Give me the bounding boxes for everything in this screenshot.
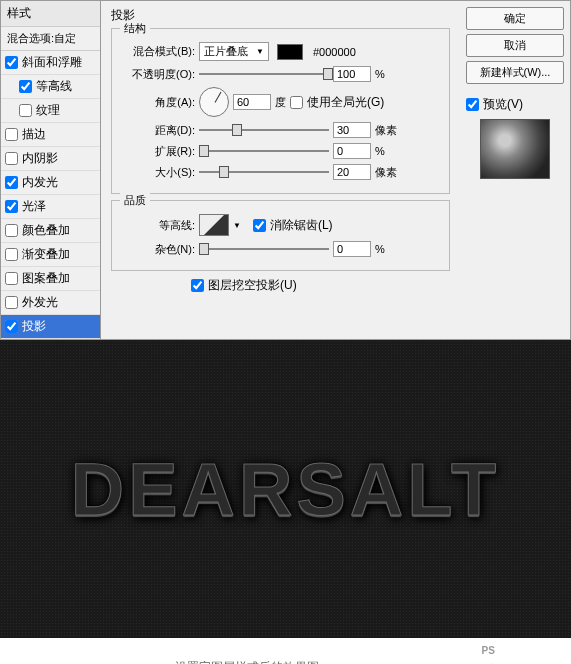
preview-thumbnail [480, 119, 550, 179]
result-preview: DEARSALT [0, 340, 571, 638]
style-label: 描边 [22, 126, 46, 143]
panel-title: 投影 [111, 7, 450, 24]
spread-label: 扩展(R): [120, 144, 195, 159]
style-label: 内阴影 [22, 150, 58, 167]
quality-fieldset: 品质 等高线: ▼ 消除锯齿(L) 杂色(N): % [111, 200, 450, 271]
distance-unit: 像素 [375, 123, 397, 138]
layer-style-dialog: 样式 混合选项:自定 斜面和浮雕等高线纹理描边内阴影内发光光泽颜色叠加渐变叠加图… [0, 0, 571, 340]
sidebar-title: 样式 [1, 1, 100, 27]
style-label: 外发光 [22, 294, 58, 311]
quality-label: 品质 [120, 193, 150, 208]
contour-label: 等高线: [120, 218, 195, 233]
style-checkbox[interactable] [5, 152, 18, 165]
style-checkbox[interactable] [5, 224, 18, 237]
style-item-10[interactable]: 外发光 [1, 291, 100, 315]
style-item-11[interactable]: 投影 [1, 315, 100, 339]
angle-label: 角度(A): [120, 95, 195, 110]
style-label: 内发光 [22, 174, 58, 191]
dialog-buttons: 确定 取消 新建样式(W)... 预览(V) [460, 1, 570, 339]
style-label: 光泽 [22, 198, 46, 215]
style-label: 图案叠加 [22, 270, 70, 287]
angle-unit: 度 [275, 95, 286, 110]
size-input[interactable] [333, 164, 371, 180]
size-slider[interactable] [199, 165, 329, 179]
styles-sidebar: 样式 混合选项:自定 斜面和浮雕等高线纹理描边内阴影内发光光泽颜色叠加渐变叠加图… [1, 1, 101, 339]
contour-picker[interactable] [199, 214, 229, 236]
percent-unit3: % [375, 243, 385, 255]
color-hex: #000000 [313, 46, 356, 58]
antialias-label: 消除锯齿(L) [270, 217, 333, 234]
style-checkbox[interactable] [5, 248, 18, 261]
style-label: 斜面和浮雕 [22, 54, 82, 71]
blend-mode-select[interactable]: 正片叠底▼ [199, 42, 269, 61]
preview-checkbox[interactable] [466, 98, 479, 111]
style-checkbox[interactable] [5, 56, 18, 69]
style-item-8[interactable]: 渐变叠加 [1, 243, 100, 267]
knockout-label: 图层挖空投影(U) [208, 277, 297, 294]
preview-label: 预览(V) [483, 96, 523, 113]
cancel-button[interactable]: 取消 [466, 34, 564, 57]
noise-input[interactable] [333, 241, 371, 257]
structure-fieldset: 结构 混合模式(B): 正片叠底▼ #000000 不透明度(O): % 角度(… [111, 28, 450, 194]
global-light-label: 使用全局光(G) [307, 94, 384, 111]
size-unit: 像素 [375, 165, 397, 180]
result-text: DEARSALT [71, 447, 500, 532]
noise-slider[interactable] [199, 242, 329, 256]
antialias-checkbox[interactable] [253, 219, 266, 232]
style-checkbox[interactable] [5, 320, 18, 333]
style-item-9[interactable]: 图案叠加 [1, 267, 100, 291]
new-style-button[interactable]: 新建样式(W)... [466, 61, 564, 84]
style-checkbox[interactable] [19, 104, 32, 117]
style-item-2[interactable]: 纹理 [1, 99, 100, 123]
blending-options[interactable]: 混合选项:自定 [1, 27, 100, 51]
style-item-4[interactable]: 内阴影 [1, 147, 100, 171]
shadow-color-swatch[interactable] [277, 44, 303, 60]
style-label: 投影 [22, 318, 46, 335]
style-item-0[interactable]: 斜面和浮雕 [1, 51, 100, 75]
style-item-3[interactable]: 描边 [1, 123, 100, 147]
style-checkbox[interactable] [19, 80, 32, 93]
percent-unit: % [375, 68, 385, 80]
style-label: 纹理 [36, 102, 60, 119]
style-checkbox[interactable] [5, 176, 18, 189]
spread-slider[interactable] [199, 144, 329, 158]
caption-text: 设置完图层样式后的效果图 [175, 659, 319, 664]
blend-mode-value: 正片叠底 [204, 44, 248, 59]
angle-dial[interactable] [199, 87, 229, 117]
watermark-logo: PS爱好者 www.psahz.com [482, 646, 559, 664]
opacity-input[interactable] [333, 66, 371, 82]
style-checkbox[interactable] [5, 128, 18, 141]
global-light-checkbox[interactable] [290, 96, 303, 109]
caption-bar: 设置完图层样式后的效果图 PS爱好者 www.psahz.com [0, 638, 571, 664]
opacity-label: 不透明度(O): [120, 67, 195, 82]
style-checkbox[interactable] [5, 200, 18, 213]
style-item-7[interactable]: 颜色叠加 [1, 219, 100, 243]
style-label: 等高线 [36, 78, 72, 95]
percent-unit2: % [375, 145, 385, 157]
distance-input[interactable] [333, 122, 371, 138]
blend-mode-label: 混合模式(B): [120, 44, 195, 59]
distance-slider[interactable] [199, 123, 329, 137]
style-checkbox[interactable] [5, 296, 18, 309]
style-checkbox[interactable] [5, 272, 18, 285]
chevron-down-icon: ▼ [256, 47, 264, 56]
knockout-checkbox[interactable] [191, 279, 204, 292]
noise-label: 杂色(N): [120, 242, 195, 257]
size-label: 大小(S): [120, 165, 195, 180]
chevron-down-icon[interactable]: ▼ [233, 221, 241, 230]
spread-input[interactable] [333, 143, 371, 159]
distance-label: 距离(D): [120, 123, 195, 138]
watermark-main: PS [482, 646, 559, 656]
style-item-5[interactable]: 内发光 [1, 171, 100, 195]
angle-input[interactable] [233, 94, 271, 110]
settings-panel: 投影 结构 混合模式(B): 正片叠底▼ #000000 不透明度(O): % … [101, 1, 460, 339]
opacity-slider[interactable] [199, 67, 329, 81]
style-item-6[interactable]: 光泽 [1, 195, 100, 219]
ok-button[interactable]: 确定 [466, 7, 564, 30]
structure-label: 结构 [120, 21, 150, 36]
style-item-1[interactable]: 等高线 [1, 75, 100, 99]
style-label: 渐变叠加 [22, 246, 70, 263]
style-label: 颜色叠加 [22, 222, 70, 239]
